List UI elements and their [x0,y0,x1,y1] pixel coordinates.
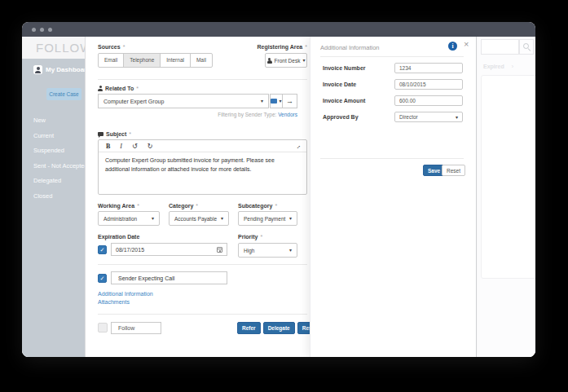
titlebar [22,22,535,37]
background-panel [481,75,535,279]
page-content: FOLLOW My Dashboard Create Case New Curr… [22,37,535,357]
search-button[interactable] [519,39,534,55]
category-select[interactable]: Accounts Payable ▾ [169,211,229,226]
go-arrow-button[interactable]: → [282,94,297,108]
sender-expecting-call-checkbox[interactable]: ✓ [98,274,107,283]
sidebar-item-current[interactable]: Current [33,132,85,139]
subcategory-select[interactable]: Pending Payment ▾ [238,211,297,226]
tab-internal[interactable]: Internal [160,53,191,68]
tab-mail[interactable]: Mail [190,53,213,68]
subject-label: Subject* [98,131,131,137]
undo-button[interactable]: ↺ [132,143,138,150]
follow-field: Follow [111,322,161,334]
subject-text[interactable]: Computer Expert Group submitted invoice … [99,152,306,178]
chevron-down-icon: ▾ [261,99,263,104]
chevron-down-icon: ▾ [302,58,305,63]
expand-editor-icon[interactable]: ↔ [294,142,302,150]
invoice-number-label: Invoice Number [323,65,366,71]
panel-title: Additional Information [320,44,380,51]
priority-select[interactable]: High ▾ [238,243,297,258]
info-icon[interactable]: i [448,42,457,51]
sidebar-item-closed[interactable]: Closed [33,192,85,200]
invoice-date-input[interactable]: 08/10/2015 [394,79,463,90]
divider [320,56,464,57]
attachments-link[interactable]: Attachments [98,299,130,305]
reset-button[interactable]: Reset [442,165,465,176]
window-control-dot[interactable] [48,28,52,32]
search-icon [523,43,531,51]
expired-section-label[interactable]: Expired› [483,64,513,69]
redo-button[interactable]: ↻ [148,143,153,150]
working-area-label: Working Area* [98,203,139,209]
related-to-label: Related To* [98,86,139,91]
approved-by-label: Approved By [323,114,359,120]
divider [98,79,307,80]
divider [98,264,307,265]
italic-button[interactable]: I [120,143,122,150]
chevron-down-icon: ▾ [289,248,292,253]
invoice-number-input[interactable]: 1234 [394,63,463,73]
window-control-dot[interactable] [32,28,36,32]
chevron-down-icon: ▾ [152,216,154,221]
chevron-down-icon: ▾ [289,216,292,221]
expiration-date-input[interactable]: 08/17/2015 [111,243,227,256]
person-icon [267,58,272,64]
subject-editor: B I ↺ ↻ ↔ Computer Expert Group submitte… [98,139,307,195]
app-logo: FOLLOW [36,41,85,55]
working-area-select[interactable]: Administration ▾ [98,211,160,226]
bold-button[interactable]: B [106,143,110,150]
tab-telephone[interactable]: Telephone [123,53,161,68]
create-case-button[interactable]: Create Case [46,88,81,100]
chevron-right-icon: › [512,64,513,69]
invoice-date-label: Invoice Date [323,81,356,87]
browser-window: FOLLOW My Dashboard Create Case New Curr… [22,22,535,357]
speech-bubble-icon [98,132,103,136]
sources-tabs: Email Telephone Internal Mail [98,53,213,68]
sidebar-item-suspended[interactable]: Suspended [33,147,85,154]
check-icon: ✓ [100,275,105,282]
dashboard-icon [33,65,42,74]
chevron-down-icon: ▾ [221,216,223,221]
chevron-down-icon: ▾ [456,115,458,120]
registering-area-label: Registering Area* [240,44,307,50]
dashboard-header: My Dashboard [33,65,85,74]
sender-expecting-call-field: Sender Expecting Call [111,271,227,284]
sources-label: Sources* [98,44,125,50]
logo-strip: FOLLOW [22,37,85,59]
contact-card-icon [271,99,277,104]
category-label: Category* [169,203,198,209]
filter-note: Filtering by Sender Type: Vendors [98,112,297,117]
additional-information-panel: Additional Information i × Invoice Numbe… [310,37,477,357]
close-icon[interactable]: × [464,39,469,49]
sidebar-item-delegated[interactable]: Delegated [33,177,85,184]
registering-area-dropdown[interactable]: Front Desk ▾ [265,53,307,68]
subject-toolbar: B I ↺ ↻ ↔ [99,140,306,152]
contact-card-button[interactable]: ▾ [270,94,283,108]
delegate-button[interactable]: Delegate [263,322,295,334]
search-input[interactable] [481,39,519,55]
refer-button[interactable]: Refer [237,322,261,334]
arrow-right-icon: → [286,97,293,105]
approved-by-select[interactable]: Director ▾ [394,112,463,122]
expiration-date-checkbox[interactable]: ✓ [98,245,107,254]
follow-checkbox[interactable] [98,323,108,333]
invoice-amount-input[interactable]: 600.00 [394,95,463,106]
sidebar-item-new[interactable]: New [33,117,85,124]
expiration-date-label: Expiration Date [98,234,139,240]
sidebar-menu: New Current Suspended Sent - Not Accepte… [33,117,85,200]
divider [320,158,464,159]
additional-information-link[interactable]: Additional Information [98,291,153,297]
right-rail: Expired› [477,37,535,357]
sidebar: My Dashboard Create Case New Current Sus… [22,59,85,357]
person-icon [98,86,103,91]
window-control-dot[interactable] [40,28,44,32]
calendar-icon[interactable] [217,247,222,253]
priority-label: Priority* [238,234,262,240]
related-to-select[interactable]: Computer Expert Group ▾ [98,94,269,108]
tab-email[interactable]: Email [98,53,124,68]
sidebar-item-sent-not-accepted[interactable]: Sent - Not Accepted [33,162,85,170]
dashboard-title: My Dashboard [46,66,85,73]
invoice-amount-label: Invoice Amount [323,98,365,104]
vendors-link[interactable]: Vendors [278,112,297,117]
screen: FOLLOW My Dashboard Create Case New Curr… [0,0,568,392]
